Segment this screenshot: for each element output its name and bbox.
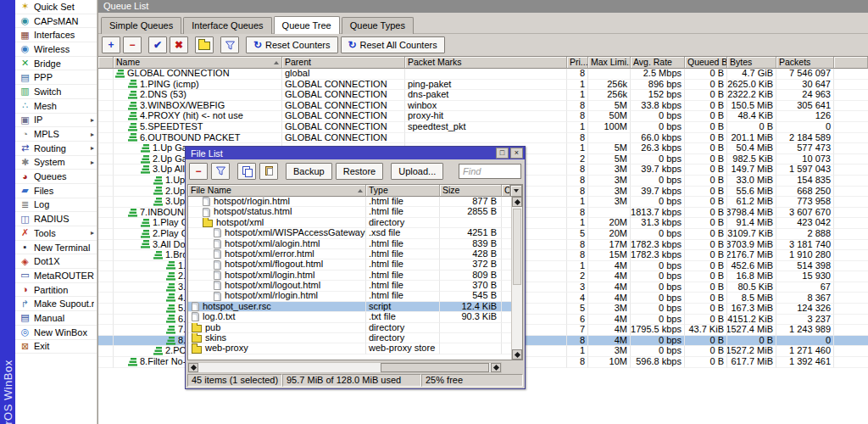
sidebar-item-bridge[interactable]: ✕Bridge [15,57,97,71]
sidebar-item-switch[interactable]: ▥Switch [15,85,97,99]
column-header-queued-byt[interactable]: Queued Byt... [685,57,727,69]
column-header-name[interactable]: Name [114,57,282,69]
find-input[interactable] [459,164,521,179]
file-row[interactable]: hotspot/xmldirectory [188,218,511,228]
queue-row[interactable]: 2.DNS (53)GLOBAL CONNECTIONdns-paket1256… [98,90,868,101]
reset-all-counters-button[interactable]: ↻ Reset All Counters [341,36,445,53]
sidebar-item-wireless[interactable]: ◉Wireless [15,42,97,57]
file-row[interactable]: skinsdirectory [188,333,511,343]
file-row[interactable]: pubdirectory [188,323,511,333]
queue-row[interactable]: 1.PING (icmp)GLOBAL CONNECTIONping-paket… [98,80,868,91]
disable-button[interactable]: ✖ [170,36,188,53]
file-column-header-type[interactable]: Type [366,185,440,197]
scroll-right-button[interactable] [491,363,501,372]
file-toolbar: − Backup Restore Upload... [186,159,525,182]
sidebar-item-metarouter[interactable]: ▭MetaROUTER [15,269,97,283]
queue-window-titlebar[interactable]: Queue List [98,0,868,13]
column-header-packets[interactable]: Packets [776,57,834,69]
column-header-parent[interactable]: Parent [282,57,405,69]
horizontal-scroll-thumb[interactable] [381,363,489,372]
file-row[interactable]: hotspot/xml/rlogin.html.html file545 B [188,292,511,302]
tab-queue-types[interactable]: Queue Types [342,17,414,34]
comment-button[interactable] [195,36,214,53]
tab-queue-tree[interactable]: Queue Tree [274,16,340,34]
tab-interface-queues[interactable]: Interface Queues [183,17,271,34]
sidebar-item-partition[interactable]: ◑Partition [15,283,97,298]
sidebar-item-manual[interactable]: ▤Manual [15,311,97,326]
column-header-bytes[interactable]: Bytes [727,57,776,69]
sidebar-item-quick-set[interactable]: ✶Quick Set [15,0,97,14]
sidebar-item-queues[interactable]: ◕Queues [15,170,97,184]
paste-button[interactable] [259,163,278,180]
sidebar-item-make-supout-rif[interactable]: ↱Make Supout.rif [15,297,97,311]
file-row[interactable]: hotspot/xml/login.html.html file809 B [188,271,511,281]
column-header-packet-marks[interactable]: Packet Marks [405,57,567,69]
file-row[interactable]: log.0.txt.txt file90.3 KiB [188,312,511,322]
column-header-avg-rate[interactable]: Avg. Rate [631,57,685,69]
file-horizontal-scrollbar[interactable] [187,362,502,373]
scroll-left-button[interactable] [188,363,198,372]
column-header-max-limi[interactable]: Max Limi... [588,57,631,69]
sidebar-item-new-terminal[interactable]: ▪New Terminal [15,241,97,255]
sidebar-item-tools[interactable]: ✗Tools▸ [15,226,97,241]
file-filter-button[interactable] [211,163,230,180]
sidebar-item-ppp[interactable]: ▤PPP [15,70,97,85]
sidebar-item-system[interactable]: ✱System▸ [15,156,97,170]
file-row[interactable]: hotspot/xml/error.html.html file428 B [188,249,511,259]
queue-avg-rate-cell: 0 bps [631,304,685,315]
sidebar-item-interfaces[interactable]: ▦Interfaces [15,28,97,42]
file-dialog-titlebar[interactable]: File List □× [186,147,525,159]
sidebar-item-files[interactable]: ▰Files [15,184,97,198]
queue-row[interactable]: 5.SPEEDTESTGLOBAL CONNECTIONspeedtest_pk… [98,122,868,133]
sidebar-item-dot1x[interactable]: ◈Dot1X [15,254,97,269]
queue-row-state [98,250,114,261]
upload-button[interactable]: Upload... [391,163,443,180]
reset-counters-button[interactable]: ↻ Reset Counters [246,36,338,53]
filter-button[interactable] [220,36,239,53]
column-header-pri[interactable]: Pri... [567,57,588,69]
remove-button[interactable]: − [123,36,142,53]
file-row[interactable]: hotspot/xml/logout.html.html file370 B [188,281,511,291]
sidebar-item-mpls[interactable]: ◔MPLS▸ [15,127,97,142]
scroll-down-button[interactable] [512,349,522,360]
queue-row[interactable]: 4.PROXY (hit) <- not useGLOBAL CONNECTIO… [98,111,868,122]
copy-button[interactable] [237,163,256,180]
horizontal-scroll-track[interactable] [198,363,491,372]
maximize-button[interactable]: □ [496,148,509,159]
file-column-header-cre[interactable]: Cre... [502,185,510,197]
column-select-button[interactable] [510,185,522,197]
file-row[interactable]: hotspot/xml/WISPAccessGatewayPar....xsd … [188,228,511,238]
file-column-header-size[interactable]: Size [440,185,502,197]
file-row[interactable]: hotspot/xml/flogout.html.html file372 B [188,259,511,270]
sidebar-item-mesh[interactable]: ∴Mesh [15,99,97,114]
file-row[interactable]: hotspot_user.rscscript12.4 KiB [188,302,511,312]
file-row[interactable]: web-proxyweb-proxy store [188,343,511,354]
file-column-header-file-name[interactable]: File Name [188,185,366,197]
scroll-up-button[interactable] [512,197,522,207]
sidebar-item-new-winbox[interactable]: ◎New WinBox [15,326,97,340]
file-row[interactable]: hotspot/xml/alogin.html.html file839 B [188,239,511,249]
file-row[interactable]: hotspot/rlogin.html.html file877 B [188,197,511,207]
sidebar-item-exit[interactable]: ⊠Exit [15,340,97,354]
add-button[interactable]: + [102,36,120,53]
file-vertical-scrollbar[interactable] [511,197,522,360]
queue-row[interactable]: 3.WINBOX/WEBFIGGLOBAL CONNECTIONwinbox85… [98,101,868,112]
sidebar-item-log[interactable]: ≣Log [15,198,97,213]
queue-row[interactable]: GLOBAL CONNECTIONglobal82.5 Mbps0 B4.7 G… [98,69,868,80]
sidebar-item-capsman[interactable]: ◉CAPsMAN [15,14,97,29]
sidebar-item-ip[interactable]: ▣IP▸ [15,114,97,128]
file-name-cell: hotspot/xml/error.html [188,249,366,259]
tab-simple-queues[interactable]: Simple Queues [101,17,181,34]
tools-icon: ✗ [19,227,31,238]
sidebar-item-radius[interactable]: ◫RADIUS [15,212,97,226]
file-remove-button[interactable]: − [189,163,208,180]
backup-button[interactable]: Backup [286,163,332,180]
close-button[interactable]: × [510,148,523,159]
sidebar-item-routing[interactable]: ⇄Routing▸ [15,142,97,156]
restore-button[interactable]: Restore [336,163,384,180]
file-row[interactable]: hotspot/status.html.html file2855 B [188,207,511,217]
file-row-filler [502,302,511,312]
queue-row[interactable]: 6.OUTBOUND PACKETGLOBAL CONNECTION866.0 … [98,133,868,144]
enable-button[interactable]: ✔ [148,36,167,53]
vertical-scroll-thumb[interactable] [513,209,521,285]
